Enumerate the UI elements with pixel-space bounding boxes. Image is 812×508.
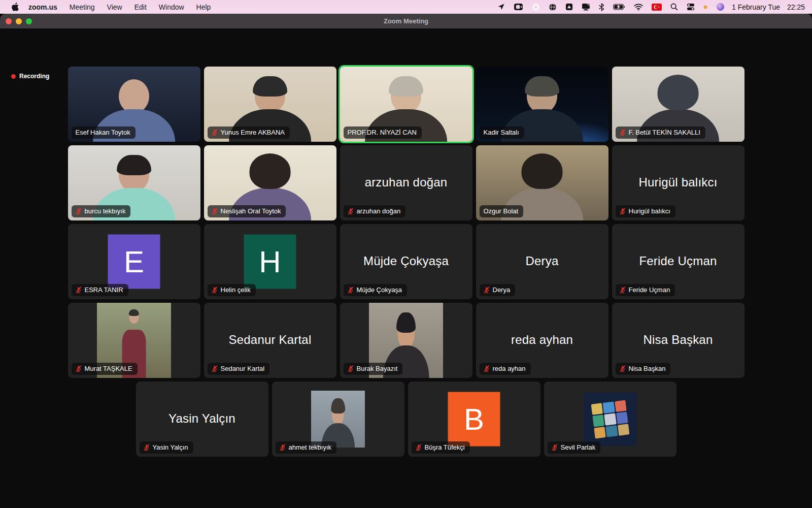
participant-name-label: Yasin Yalçın <box>140 441 193 454</box>
participant-tile[interactable]: PROF.DR. NİYAZİ CAN <box>340 67 472 142</box>
menu-item-help[interactable]: Help <box>190 3 217 11</box>
participant-name: Yasin Yalçın <box>153 443 188 451</box>
participant-name-label: Müjde Çokyaşa <box>344 284 408 296</box>
participant-avatar: B <box>448 392 500 447</box>
participant-name-label: Kadir Saltalı <box>480 126 524 139</box>
participant-tile[interactable]: ahmet tekbıyık <box>272 382 404 457</box>
muted-mic-icon <box>144 444 150 451</box>
wifi-icon[interactable] <box>634 4 643 11</box>
participant-tile[interactable]: Neslişah Oral Toytok <box>204 145 336 220</box>
participant-name: Büşra Tüfekçi <box>425 443 465 451</box>
participant-name-label: Esef Hakan Toytok <box>72 126 136 139</box>
participant-display-name: Nisa Başkan <box>612 333 745 347</box>
window-title: Zoom Meeting <box>384 17 428 25</box>
mic-indicator-dot <box>703 5 707 9</box>
muted-mic-icon <box>620 129 626 136</box>
participant-name-label: Murat TAŞKALE <box>72 363 138 375</box>
zoom-window: Zoom Meeting Recording Esef Hakan Toytok <box>0 14 812 508</box>
menubar-date: 1 February Tue <box>732 3 780 11</box>
app-triangle-icon[interactable] <box>565 3 573 11</box>
battery-charging-icon[interactable] <box>613 4 625 10</box>
muted-mic-icon <box>620 208 626 215</box>
participant-name: Neslişah Oral Toytok <box>221 207 281 215</box>
close-button[interactable] <box>6 18 12 24</box>
participant-avatar <box>584 393 637 446</box>
participant-tile[interactable]: Nisa Başkan Nisa Başkan <box>612 303 745 378</box>
menu-item-meeting[interactable]: Meeting <box>63 3 101 11</box>
participant-name: Helin çelik <box>221 286 251 294</box>
participant-tile[interactable]: B Büşra Tüfekçi <box>408 382 540 457</box>
participant-display-name: Müjde Çokyaşa <box>340 254 472 268</box>
muted-mic-icon <box>76 287 82 294</box>
participant-name: Burak Bayazıt <box>357 365 398 372</box>
turkish-flag-icon[interactable] <box>652 4 662 11</box>
participant-tile[interactable]: Sedanur Kartal Sedanur Kartal <box>204 303 336 378</box>
video-camera-icon[interactable] <box>514 3 523 11</box>
globe-icon[interactable] <box>549 3 557 11</box>
participant-tile[interactable]: F. Betül TEKİN SAKALLI <box>612 67 745 142</box>
participant-tile[interactable]: H Helin çelik <box>204 224 336 299</box>
participant-tile[interactable]: Müjde Çokyaşa Müjde Çokyaşa <box>340 224 472 299</box>
participant-tile[interactable]: arzuhan doğan arzuhan doğan <box>340 145 472 220</box>
participant-display-name: Feride Uçman <box>612 254 745 268</box>
participant-name: reda ayhan <box>493 365 526 372</box>
menu-item-view[interactable]: View <box>101 3 128 11</box>
participant-tile[interactable]: Esef Hakan Toytok <box>68 67 200 142</box>
macos-menu-bar: zoom.us MeetingViewEditWindowHelp <box>0 0 812 14</box>
apple-menu-icon[interactable] <box>7 3 22 11</box>
participant-tile[interactable]: Sevil Parlak <box>544 382 676 457</box>
participant-tile[interactable]: Derya Derya <box>476 224 608 299</box>
participant-name-label: Yunus Emre AKBANA <box>208 126 290 139</box>
participant-name: Esef Hakan Toytok <box>76 129 130 136</box>
participant-name-label: Derya <box>480 284 516 296</box>
participant-tile[interactable]: Feride Uçman Feride Uçman <box>612 224 745 299</box>
participant-name-label: Nisa Başkan <box>616 363 671 375</box>
location-icon[interactable] <box>497 3 505 11</box>
menu-item-edit[interactable]: Edit <box>128 3 153 11</box>
participant-name: Murat TAŞKALE <box>85 365 132 372</box>
minimize-button[interactable] <box>16 18 22 24</box>
rubiks-cube-avatar <box>591 400 629 438</box>
participant-tile[interactable]: Yunus Emre AKBANA <box>204 67 336 142</box>
participant-tile[interactable]: Kadir Saltalı <box>476 67 608 142</box>
fullscreen-button[interactable] <box>26 18 32 24</box>
participant-tile[interactable]: Yasin Yalçın Yasin Yalçın <box>136 382 268 457</box>
recording-dot-icon <box>11 74 16 79</box>
participant-display-name: Derya <box>476 254 608 268</box>
participant-tile[interactable]: reda ayhan reda ayhan <box>476 303 608 378</box>
participant-name-label: Büşra Tüfekçi <box>412 441 470 454</box>
app-dot-icon[interactable] <box>532 3 540 11</box>
muted-mic-icon <box>620 365 626 372</box>
person-silhouette <box>311 391 365 448</box>
recording-label: Recording <box>19 73 49 80</box>
participant-tile[interactable]: E ESRA TANIR <box>68 224 200 299</box>
muted-mic-icon <box>212 129 218 136</box>
participant-name: ahmet tekbıyık <box>289 443 332 451</box>
menu-item-window[interactable]: Window <box>153 3 190 11</box>
participant-name-label: Neslişah Oral Toytok <box>208 205 286 217</box>
control-center-icon[interactable] <box>687 3 695 11</box>
bluetooth-icon[interactable] <box>599 3 604 11</box>
recording-indicator: Recording <box>11 73 49 80</box>
participant-name: Sevil Parlak <box>561 443 596 451</box>
window-titlebar[interactable]: Zoom Meeting <box>0 14 812 28</box>
participant-tile[interactable]: Burak Bayazıt <box>340 303 472 378</box>
participant-tile[interactable]: burcu tekbıyık <box>68 145 200 220</box>
spotlight-icon[interactable] <box>670 3 678 11</box>
participant-tile[interactable]: Hurigül balıkcı Hurigül balıkcı <box>612 145 745 220</box>
participant-name: F. Betül TEKİN SAKALLI <box>629 129 700 136</box>
menubar-status-icons <box>497 3 725 11</box>
muted-mic-icon <box>552 444 558 451</box>
participant-name-label: ahmet tekbıyık <box>276 441 337 454</box>
participant-display-name: reda ayhan <box>476 333 608 347</box>
siri-icon[interactable] <box>716 3 725 11</box>
menubar-app-name[interactable]: zoom.us <box>22 3 63 11</box>
participant-tile[interactable]: Ozgur Bolat <box>476 145 608 220</box>
muted-mic-icon <box>620 287 626 294</box>
display-icon[interactable] <box>582 3 590 11</box>
muted-mic-icon <box>212 287 218 294</box>
participant-tile[interactable]: Murat TAŞKALE <box>68 303 200 378</box>
avatar-initial: B <box>464 404 484 434</box>
menubar-clock[interactable]: 1 February Tue 22:25 <box>732 3 805 11</box>
participant-name: PROF.DR. NİYAZİ CAN <box>348 129 417 136</box>
